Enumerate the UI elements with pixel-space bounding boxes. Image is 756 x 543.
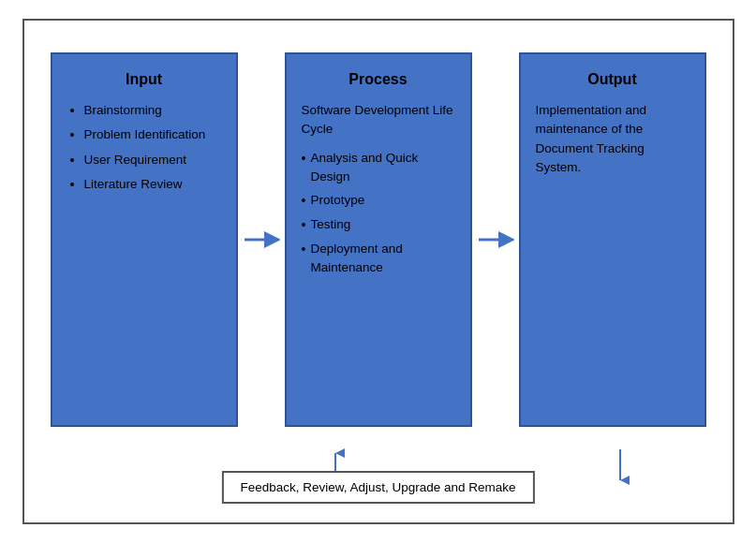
- arrow-down-container: [611, 448, 630, 485]
- process-box: Process Software Development Life Cycle …: [285, 52, 472, 427]
- process-item-4: Deployment and Maintenance: [302, 240, 455, 278]
- process-item-3: Testing: [302, 215, 455, 235]
- arrow-process-to-output: [472, 226, 519, 254]
- process-intro: Software Development Life Cycle: [302, 101, 455, 139]
- input-title: Input: [67, 71, 221, 88]
- feedback-text: Feedback, Review, Adjust, Upgrade and Re…: [240, 480, 515, 494]
- output-content: Implementation and maintenance of the Do…: [536, 101, 689, 177]
- arrow-down-icon: [611, 448, 630, 485]
- process-item-2: Prototype: [302, 191, 455, 211]
- input-item-4: Literature Review: [84, 175, 206, 194]
- input-list: Brainstorming Problem Identification Use…: [67, 101, 206, 194]
- bottom-row: Feedback, Review, Adjust, Upgrade and Re…: [43, 448, 714, 504]
- output-text: Implementation and maintenance of the Do…: [536, 103, 647, 174]
- top-row: Input Brainstorming Problem Identificati…: [43, 39, 714, 440]
- process-content: Software Development Life Cycle Analysis…: [302, 101, 455, 283]
- process-title: Process: [302, 71, 455, 88]
- input-content: Brainstorming Problem Identification Use…: [67, 101, 206, 199]
- output-box: Output Implementation and maintenance of…: [519, 52, 706, 427]
- arrow-input-to-process: [238, 226, 285, 254]
- output-title: Output: [536, 71, 689, 88]
- process-item-1: Analysis and Quick Design: [302, 149, 455, 187]
- input-item-1: Brainstorming: [84, 101, 206, 120]
- diagram-wrapper: Input Brainstorming Problem Identificati…: [22, 19, 734, 524]
- input-box: Input Brainstorming Problem Identificati…: [51, 52, 238, 427]
- input-item-3: User Requirement: [84, 151, 206, 169]
- input-item-2: Problem Identification: [84, 125, 206, 144]
- feedback-box: Feedback, Review, Adjust, Upgrade and Re…: [221, 471, 534, 504]
